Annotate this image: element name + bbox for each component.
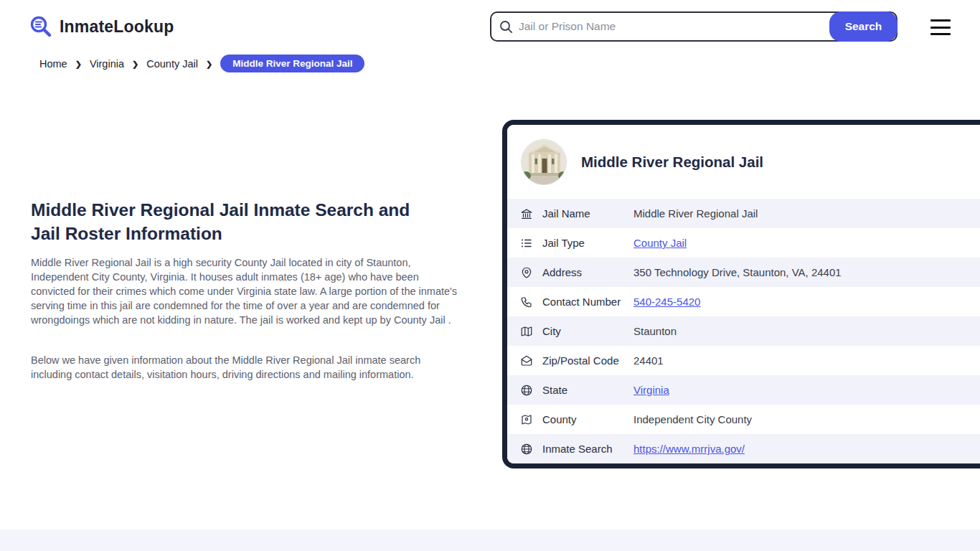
- breadcrumb-link-home[interactable]: Home: [39, 58, 67, 70]
- phone-icon: [520, 296, 533, 309]
- location-pin-icon: [520, 266, 533, 279]
- info-row-zip-postal-code: Zip/Postal Code24401: [507, 346, 980, 375]
- row-value: 24401: [633, 354, 664, 367]
- breadcrumb-link-virginia[interactable]: Virginia: [90, 58, 124, 70]
- page-title: Middle River Regional Jail Inmate Search…: [31, 198, 443, 245]
- row-value: County Jail: [633, 237, 687, 249]
- row-value-link[interactable]: County Jail: [633, 237, 687, 249]
- row-value-link[interactable]: https://www.mrrjva.gov/: [633, 443, 745, 455]
- row-value-link[interactable]: 540-245-5420: [633, 296, 700, 308]
- breadcrumb-current-badge: Middle River Regional Jail: [220, 55, 364, 72]
- row-value: Middle River Regional Jail: [633, 207, 758, 220]
- logo-text: InmateLookup: [60, 17, 174, 37]
- row-label: State: [542, 384, 633, 396]
- row-label: Address: [542, 266, 633, 278]
- info-row-jail-name: Jail NameMiddle River Regional Jail: [507, 199, 980, 228]
- row-value: https://www.mrrjva.gov/: [633, 443, 745, 455]
- row-label: Jail Name: [542, 207, 633, 220]
- chevron-right-icon: ❯: [132, 60, 138, 69]
- row-label: Contact Number: [542, 296, 633, 308]
- footer-strip: [0, 529, 980, 551]
- row-value-link[interactable]: Virginia: [633, 384, 669, 396]
- info-row-county: CountyIndependent City County: [507, 405, 980, 434]
- hamburger-menu-icon[interactable]: [930, 19, 951, 35]
- breadcrumb: Home❯Virginia❯County Jail❯Middle River R…: [39, 55, 364, 72]
- web-icon: [520, 443, 533, 456]
- jail-info-table: Jail NameMiddle River Regional JailJail …: [507, 199, 980, 463]
- row-value: Virginia: [633, 384, 669, 396]
- map-marker-icon: [520, 413, 533, 426]
- magnifier-with-lines-icon: [29, 14, 53, 39]
- card-header: Middle River Regional Jail: [507, 125, 980, 199]
- row-label: City: [542, 325, 633, 337]
- chevron-right-icon: ❯: [75, 60, 82, 69]
- list-icon: [520, 237, 533, 250]
- map-icon: [520, 325, 533, 338]
- row-value: 350 Technology Drive, Staunton, VA, 2440…: [633, 266, 842, 278]
- site-logo[interactable]: InmateLookup: [29, 14, 174, 39]
- globe-icon: [520, 384, 533, 397]
- row-value: Independent City County: [633, 413, 752, 425]
- row-label: Jail Type: [542, 237, 633, 249]
- info-row-contact-number: Contact Number540-245-5420: [507, 287, 980, 316]
- info-row-jail-type: Jail TypeCounty Jail: [507, 228, 980, 258]
- card-title: Middle River Regional Jail: [581, 154, 763, 171]
- breadcrumb-link-county-jail[interactable]: County Jail: [146, 58, 198, 70]
- row-label: Inmate Search: [542, 443, 633, 455]
- page: InmateLookup Search Home❯Virginia❯County…: [0, 0, 980, 551]
- bank-icon: [520, 207, 533, 220]
- intro-paragraph: Middle River Regional Jail is a high sec…: [31, 255, 458, 327]
- search-bar: Search: [490, 11, 897, 42]
- search-button[interactable]: Search: [829, 11, 897, 42]
- info-row-city: CityStaunton: [507, 316, 980, 346]
- row-label: County: [542, 413, 633, 425]
- jail-info-card: Middle River Regional Jail Jail NameMidd…: [502, 120, 980, 468]
- search-icon: [499, 20, 513, 34]
- info-row-state: StateVirginia: [507, 375, 980, 405]
- jail-building-photo: [521, 139, 567, 185]
- row-value: 540-245-5420: [633, 296, 700, 308]
- row-value: Staunton: [633, 325, 677, 337]
- mail-icon: [520, 354, 533, 367]
- info-row-address: Address350 Technology Drive, Staunton, V…: [507, 258, 980, 287]
- row-label: Zip/Postal Code: [542, 354, 633, 367]
- chevron-right-icon: ❯: [206, 60, 212, 69]
- info-row-inmate-search: Inmate Searchhttps://www.mrrjva.gov/: [507, 434, 980, 463]
- info-paragraph: Below we have given information about th…: [31, 353, 447, 382]
